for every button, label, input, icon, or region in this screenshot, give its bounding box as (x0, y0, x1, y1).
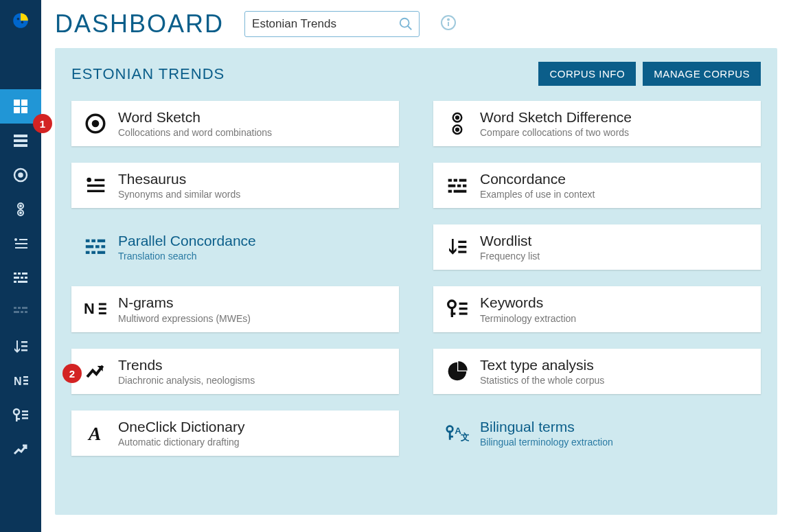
corpus-search-input[interactable] (252, 17, 394, 31)
card-title: OneClick Dictionary (118, 419, 244, 435)
svg-point-47 (400, 19, 409, 27)
svg-rect-71 (91, 240, 95, 242)
svg-rect-85 (99, 312, 106, 314)
card-concordance[interactable]: Concordance Examples of use in context (433, 163, 761, 208)
card-title: Parallel Concordance (118, 233, 256, 249)
card-subtitle: Automatic dictionary drafting (118, 437, 244, 448)
nav-wordlist[interactable] (0, 329, 41, 364)
card-wordlist[interactable]: Wordlist Frequency list (433, 224, 761, 270)
svg-rect-28 (14, 307, 16, 309)
manage-corpus-button[interactable]: MANAGE CORPUS (643, 62, 761, 86)
svg-rect-94 (449, 430, 451, 439)
svg-rect-62 (448, 179, 452, 182)
svg-rect-17 (19, 239, 27, 240)
svg-rect-78 (98, 251, 105, 254)
card-subtitle: Frequency list (480, 251, 540, 262)
svg-rect-87 (451, 308, 453, 318)
svg-rect-81 (458, 251, 466, 253)
svg-rect-63 (454, 179, 457, 182)
nav-ws-diff[interactable] (0, 192, 41, 227)
svg-line-48 (408, 26, 412, 30)
svg-rect-69 (454, 190, 467, 193)
svg-rect-88 (451, 313, 456, 315)
card-title: Thesaurus (118, 171, 240, 187)
svg-rect-72 (98, 240, 105, 242)
nav-word-sketch[interactable] (0, 158, 41, 192)
svg-rect-91 (459, 313, 468, 315)
card-bilingual-terms: A文 Bilingual terms Bilingual terminology… (433, 410, 761, 456)
card-thesaurus[interactable]: Thesaurus Synonyms and similar words (71, 163, 399, 208)
svg-rect-3 (14, 100, 20, 106)
card-ngrams[interactable]: N N-grams Multiword expressions (MWEs) (71, 286, 399, 332)
card-oneclick-dictionary[interactable]: A OneClick Dictionary Automatic dictiona… (71, 410, 399, 456)
svg-rect-36 (21, 349, 27, 351)
card-title: Bilingual terms (480, 419, 613, 435)
trend-up-icon (81, 360, 110, 382)
svg-rect-65 (448, 185, 456, 187)
card-text-type-analysis[interactable]: Text type analysis Statistics of the who… (433, 349, 761, 394)
nav-thesaurus[interactable] (0, 227, 41, 261)
search-icon[interactable] (398, 16, 413, 34)
svg-rect-60 (87, 185, 104, 187)
dashboard-panel: ESTONIAN TRENDS CORPUS INFO MANAGE CORPU… (55, 48, 777, 515)
svg-rect-59 (95, 179, 105, 181)
topbar: DASHBOARD (55, 0, 777, 48)
arrow-down-list-icon (443, 236, 472, 258)
svg-rect-74 (95, 246, 100, 248)
card-subtitle: Diachronic analysis, neologisms (118, 375, 255, 386)
key-list-icon (443, 298, 472, 320)
card-subtitle: Statistics of the whole corpus (480, 375, 604, 386)
svg-rect-38 (23, 376, 28, 378)
svg-text:文: 文 (460, 431, 469, 441)
card-word-sketch[interactable]: Word Sketch Collocations and word combin… (71, 101, 399, 146)
svg-rect-77 (91, 251, 95, 254)
n-list-icon: N (81, 298, 110, 320)
svg-rect-20 (14, 273, 16, 275)
svg-rect-44 (22, 410, 28, 413)
parallel-blocks-icon (81, 235, 110, 259)
corpus-title: ESTONIAN TRENDS (71, 65, 225, 83)
svg-rect-31 (14, 311, 19, 313)
nav-ngrams[interactable]: N (0, 364, 41, 398)
svg-rect-35 (21, 345, 27, 347)
card-title: Text type analysis (480, 357, 604, 373)
nav-trends[interactable] (0, 432, 41, 467)
card-subtitle: Synonyms and similar words (118, 189, 240, 200)
svg-rect-33 (25, 311, 27, 313)
svg-rect-76 (86, 251, 90, 254)
card-ws-diff[interactable]: Word Sketch Difference Compare collocati… (433, 101, 761, 146)
corpus-info-button[interactable]: CORPUS INFO (538, 62, 636, 86)
svg-rect-6 (21, 107, 27, 113)
app-logo[interactable] (0, 0, 41, 41)
card-title: Word Sketch (118, 109, 272, 126)
svg-rect-89 (459, 303, 468, 305)
svg-rect-80 (458, 246, 466, 248)
card-parallel-concordance: Parallel Concordance Translation search (71, 224, 399, 270)
svg-rect-45 (22, 414, 28, 416)
nav-keywords[interactable] (0, 398, 41, 432)
svg-rect-39 (23, 380, 28, 382)
card-keywords[interactable]: Keywords Terminology extraction (433, 286, 761, 332)
double-target-icon (443, 110, 472, 137)
pie-chart-icon (443, 360, 472, 382)
svg-rect-25 (25, 277, 27, 279)
card-subtitle: Terminology extraction (480, 313, 576, 324)
svg-rect-9 (14, 144, 27, 147)
corpus-search[interactable] (244, 11, 420, 37)
italic-a-icon: A (81, 423, 110, 443)
svg-rect-22 (22, 273, 27, 275)
svg-rect-66 (457, 185, 461, 187)
svg-text:N: N (14, 375, 22, 387)
svg-point-41 (14, 409, 19, 415)
svg-rect-4 (21, 100, 27, 106)
page-title: DASHBOARD (55, 10, 224, 38)
svg-rect-30 (22, 307, 27, 309)
nav-concordance[interactable] (0, 261, 41, 295)
svg-rect-46 (22, 417, 28, 419)
card-subtitle: Examples of use in context (480, 189, 595, 200)
svg-rect-26 (14, 281, 16, 283)
card-trends[interactable]: Trends Diachronic analysis, neologisms (71, 349, 399, 394)
sidebar: N (0, 0, 41, 532)
svg-rect-67 (463, 185, 466, 187)
info-icon[interactable] (440, 14, 457, 34)
